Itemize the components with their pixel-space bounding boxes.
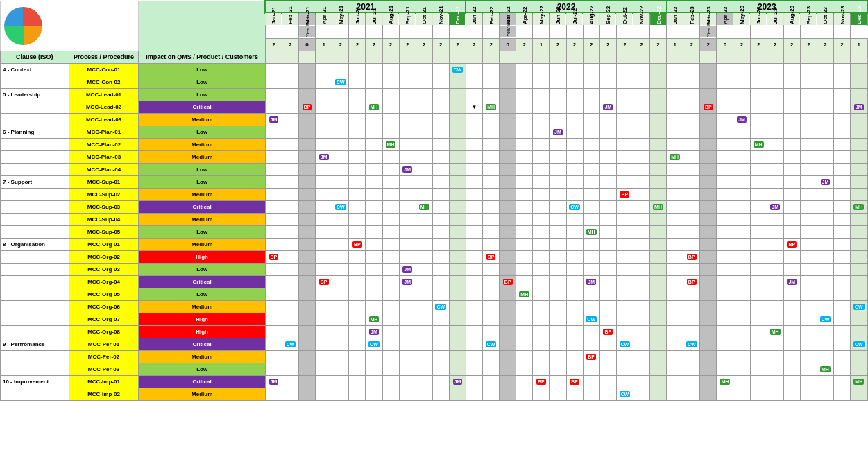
month-jun22: Jun-22 — [550, 13, 566, 26]
data-cell — [834, 238, 851, 250]
data-cell — [800, 263, 817, 275]
data-cell — [767, 175, 783, 188]
table-row: MCC-Per-03LowMH — [1, 363, 868, 375]
data-cell — [750, 126, 767, 138]
data-cell — [500, 126, 516, 138]
data-cell — [583, 126, 599, 138]
data-cell — [566, 388, 583, 400]
data-cell — [683, 188, 700, 200]
data-cell — [834, 350, 851, 363]
data-cell — [851, 126, 867, 138]
data-cell — [834, 63, 851, 76]
data-cell — [516, 150, 533, 163]
data-cell — [282, 63, 298, 76]
month-sep21: Sep-21 — [399, 13, 416, 26]
data-cell — [382, 101, 399, 113]
data-cell — [399, 175, 416, 188]
data-cell — [583, 63, 599, 76]
data-cell — [449, 225, 466, 238]
data-cell — [733, 238, 750, 250]
data-cell: BP — [500, 275, 516, 288]
data-cell — [683, 213, 700, 225]
clause-header: Clause (ISO) — [1, 51, 69, 63]
table-row: 4 - ContextMCC-Con-01LowCW — [1, 63, 868, 76]
process-cell: MCC-Org-02 — [69, 250, 139, 263]
data-cell — [767, 101, 783, 113]
month-jul22: Jul-22 — [566, 13, 583, 26]
data-cell — [783, 300, 800, 313]
table-row: MCC-Con-02LowCW — [1, 76, 868, 88]
data-cell — [767, 76, 783, 88]
data-cell — [750, 76, 767, 88]
data-cell — [550, 188, 566, 200]
clause-cell — [1, 163, 69, 175]
data-cell — [817, 101, 833, 113]
data-cell — [533, 363, 550, 375]
data-cell — [667, 375, 683, 388]
data-cell — [667, 263, 683, 275]
month-feb21: Feb-21 — [282, 13, 298, 26]
data-cell — [717, 163, 733, 175]
data-cell — [432, 250, 449, 263]
data-cell — [550, 300, 566, 313]
data-cell — [717, 238, 733, 250]
data-cell — [449, 101, 466, 113]
data-cell — [533, 63, 550, 76]
process-cell: MCC-Org-03 — [69, 263, 139, 275]
data-cell — [466, 213, 482, 225]
data-cell — [834, 313, 851, 325]
data-cell — [817, 213, 833, 225]
data-cell — [332, 250, 349, 263]
process-cell: MCC-Org-06 — [69, 300, 139, 313]
data-cell — [483, 238, 500, 250]
data-cell: JM — [316, 150, 332, 163]
data-cell — [834, 150, 851, 163]
data-cell — [382, 213, 399, 225]
data-cell — [717, 250, 733, 263]
data-cell — [382, 288, 399, 300]
data-cell — [399, 113, 416, 126]
data-cell — [717, 225, 733, 238]
data-cell — [483, 263, 500, 275]
data-cell — [416, 313, 432, 325]
data-cell — [733, 275, 750, 288]
data-cell — [500, 238, 516, 250]
data-cell — [599, 313, 616, 325]
data-cell: MH — [382, 138, 399, 150]
data-cell — [750, 225, 767, 238]
data-cell — [483, 126, 500, 138]
data-cell — [700, 275, 717, 288]
process-cell: MCC-Con-02 — [69, 76, 139, 88]
data-cell — [817, 150, 833, 163]
data-cell — [566, 175, 583, 188]
data-cell — [767, 126, 783, 138]
data-cell — [516, 76, 533, 88]
data-cell — [466, 338, 482, 350]
data-cell — [599, 363, 616, 375]
data-cell — [650, 388, 667, 400]
data-cell — [449, 113, 466, 126]
data-cell — [717, 288, 733, 300]
clause-cell: 6 - Planning — [1, 126, 69, 138]
clause-cell — [1, 325, 69, 338]
clause-cell: 9 - Perfromance — [1, 338, 69, 350]
data-cell — [366, 300, 382, 313]
data-cell — [316, 313, 332, 325]
data-cell — [683, 225, 700, 238]
data-cell — [533, 113, 550, 126]
month-oct22: Oct-22 — [616, 13, 633, 26]
data-cell — [616, 138, 633, 150]
month-jan22: Jan-22 — [466, 13, 482, 26]
data-cell — [332, 213, 349, 225]
month-nov22: Nov-22 — [633, 13, 649, 26]
table-row: 9 - PerfromanceMCC-Per-01CriticalCWCWCWC… — [1, 338, 868, 350]
data-cell — [516, 138, 533, 150]
data-cell — [550, 163, 566, 175]
data-cell: BP — [700, 101, 717, 113]
data-cell — [583, 175, 599, 188]
data-cell — [550, 238, 566, 250]
data-cell — [332, 175, 349, 188]
process-cell: MCC-Org-08 — [69, 325, 139, 338]
data-cell — [817, 76, 833, 88]
month-apr21: Apr-21 — [316, 13, 332, 26]
